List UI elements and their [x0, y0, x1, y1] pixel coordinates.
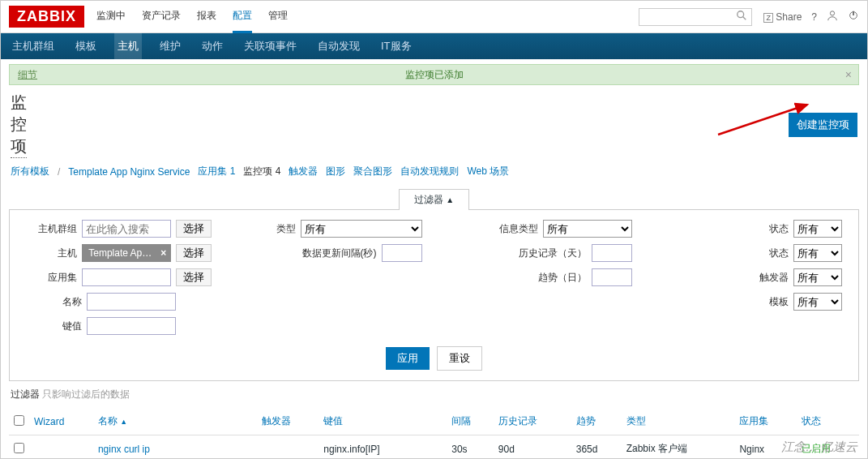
- name-label: 名称: [62, 295, 82, 309]
- chevron-up-icon: ▲: [446, 195, 454, 204]
- subnav-templates[interactable]: 模板: [72, 32, 100, 60]
- subnav-discovery[interactable]: 自动发现: [314, 32, 363, 60]
- filter-note: 过滤器 只影响过滤后的数据: [1, 381, 867, 408]
- state1-label: 状态: [769, 222, 789, 236]
- close-icon[interactable]: ×: [845, 68, 852, 81]
- bc-graphs[interactable]: 图形: [326, 165, 345, 178]
- top-right: Z Share ?: [763, 10, 859, 24]
- svg-point-2: [830, 11, 834, 15]
- bc-all-templates[interactable]: 所有模板: [11, 165, 49, 178]
- appset-label: 应用集: [48, 271, 77, 285]
- type-label: 类型: [276, 222, 296, 236]
- col-key[interactable]: 键值: [319, 408, 447, 435]
- col-wizard[interactable]: Wizard: [29, 408, 93, 435]
- logo: ZABBIX: [9, 6, 84, 28]
- filter-toggle-row: 过滤器 ▲: [1, 188, 867, 209]
- search-input[interactable]: [639, 8, 752, 26]
- subnav-maintenance[interactable]: 维护: [156, 32, 184, 60]
- topnav-monitoring[interactable]: 监测中: [96, 1, 126, 33]
- topnav: 监测中 资产记录 报表 配置 管理: [96, 1, 639, 33]
- cell-interval: 30s: [447, 435, 494, 460]
- success-banner: 细节 监控项已添加 ×: [9, 64, 859, 85]
- item-name-link[interactable]: nginx curl ip: [98, 444, 150, 455]
- breadcrumb: 所有模板 / Template App Nginx Service 应用集 1 …: [1, 161, 867, 185]
- sort-asc-icon: ▲: [120, 418, 127, 426]
- chip-remove-icon[interactable]: ×: [160, 247, 166, 259]
- bc-apps[interactable]: 应用集 1: [198, 165, 235, 178]
- user-icon[interactable]: [827, 10, 838, 24]
- topnav-config[interactable]: 配置: [233, 1, 252, 33]
- subnav-correlation[interactable]: 关联项事件: [241, 32, 300, 60]
- host-chip[interactable]: Template App N...×: [82, 244, 171, 262]
- appset-input[interactable]: [82, 268, 171, 286]
- col-history[interactable]: 历史记录: [494, 408, 571, 435]
- hostgroup-input[interactable]: [82, 220, 171, 238]
- topbar: ZABBIX 监测中 资产记录 报表 配置 管理 Z Share ?: [1, 1, 867, 33]
- cell-key: nginx.info[IP]: [319, 435, 447, 460]
- state2-label: 状态: [769, 247, 789, 260]
- trigger-select[interactable]: 所有: [793, 268, 842, 286]
- cell-type: Zabbix 客户端: [622, 435, 735, 460]
- update-label: 数据更新间隔(秒): [302, 247, 377, 260]
- cell-history: 90d: [494, 435, 571, 460]
- success-message: 监控项已添加: [405, 68, 464, 82]
- col-triggers[interactable]: 触发器: [257, 408, 319, 435]
- col-trends[interactable]: 趋势: [571, 408, 622, 435]
- key-input[interactable]: [87, 317, 176, 335]
- bc-web[interactable]: Web 场景: [467, 165, 509, 178]
- page-title: 监控项: [11, 92, 27, 158]
- col-interval[interactable]: 间隔: [447, 408, 494, 435]
- power-icon[interactable]: [848, 10, 859, 24]
- template-select[interactable]: 所有: [793, 293, 842, 311]
- filter-toggle-button[interactable]: 过滤器 ▲: [399, 189, 469, 210]
- subnav-actions[interactable]: 动作: [199, 32, 226, 60]
- name-input[interactable]: [87, 293, 176, 311]
- topnav-reports[interactable]: 报表: [197, 1, 216, 33]
- col-type[interactable]: 类型: [622, 408, 735, 435]
- infotype-label: 信息类型: [499, 222, 538, 236]
- hostgroup-select-button[interactable]: 选择: [176, 220, 212, 238]
- reset-button[interactable]: 重设: [437, 346, 482, 371]
- bc-template[interactable]: Template App Nginx Service: [68, 166, 190, 178]
- host-select-button[interactable]: 选择: [176, 244, 212, 262]
- state2-select[interactable]: 所有: [793, 244, 842, 262]
- subnav-hosts[interactable]: 主机: [114, 32, 142, 60]
- search-icon[interactable]: [736, 10, 747, 24]
- subnav-hostgroups[interactable]: 主机群组: [9, 32, 58, 60]
- select-all-checkbox[interactable]: [14, 415, 24, 426]
- col-status[interactable]: 状态: [797, 408, 859, 435]
- host-label: 主机: [58, 247, 77, 260]
- share-link[interactable]: Z Share: [763, 11, 802, 23]
- items-table: Wizard 名称 ▲ 触发器 键值 间隔 历史记录 趋势 类型 应用集 状态 …: [9, 408, 859, 459]
- table-row: nginx curl ipnginx.info[IP]30s90d365dZab…: [9, 435, 859, 460]
- hostgroup-label: 主机群组: [38, 222, 77, 236]
- watermark: 江念… 亿速云: [781, 440, 857, 455]
- help-icon[interactable]: ?: [811, 11, 817, 23]
- history-label: 历史记录（天）: [519, 247, 587, 260]
- bc-items: 监控项 4: [243, 165, 280, 178]
- history-input[interactable]: [592, 244, 632, 262]
- infotype-select[interactable]: 所有: [543, 220, 632, 238]
- topnav-admin[interactable]: 管理: [268, 1, 288, 33]
- apply-button[interactable]: 应用: [386, 347, 430, 370]
- subnav: 主机群组 模板 主机 维护 动作 关联项事件 自动发现 IT服务: [1, 33, 867, 59]
- svg-line-1: [743, 17, 746, 20]
- success-detail-link[interactable]: 细节: [18, 68, 37, 82]
- col-appset[interactable]: 应用集: [734, 408, 797, 435]
- state1-select[interactable]: 所有: [793, 220, 842, 238]
- type-select[interactable]: 所有: [301, 220, 422, 238]
- trend-input[interactable]: [592, 268, 632, 286]
- page-header: 监控项 创建监控项: [1, 85, 867, 161]
- subnav-itservice[interactable]: IT服务: [378, 32, 415, 60]
- svg-point-0: [738, 11, 744, 18]
- topnav-inventory[interactable]: 资产记录: [142, 1, 181, 33]
- appset-select-button[interactable]: 选择: [176, 268, 212, 286]
- create-item-button[interactable]: 创建监控项: [789, 113, 857, 137]
- col-name[interactable]: 名称 ▲: [93, 408, 257, 435]
- update-input[interactable]: [382, 244, 422, 262]
- bc-triggers[interactable]: 触发器: [289, 165, 318, 178]
- trend-label: 趋势（日）: [538, 271, 587, 285]
- bc-discovery[interactable]: 自动发现规则: [400, 165, 459, 178]
- bc-aggregates[interactable]: 聚合图形: [353, 165, 392, 178]
- row-checkbox[interactable]: [14, 443, 24, 453]
